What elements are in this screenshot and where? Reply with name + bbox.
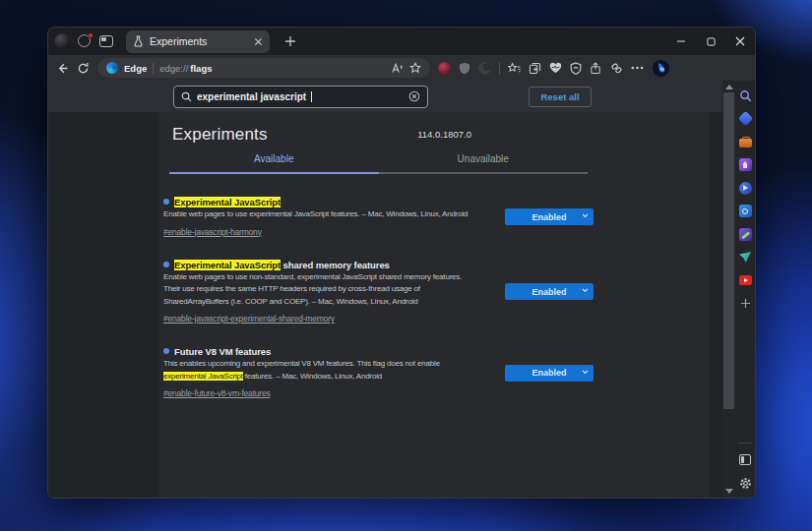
scroll-down-arrow[interactable] (725, 489, 733, 494)
address-bar[interactable]: Edge edge:// flags (97, 58, 430, 78)
close-button[interactable] (725, 28, 755, 55)
flag-title: Experimental JavaScript shared memory fe… (163, 259, 497, 271)
edge-logo-icon (106, 62, 118, 74)
extension-icon-1[interactable] (438, 62, 451, 75)
flag-description: Enable web pages to use experimental Jav… (163, 208, 497, 221)
modified-flag-dot (163, 262, 169, 267)
sidebar-video-icon[interactable] (738, 181, 752, 195)
refresh-icon[interactable] (77, 62, 90, 75)
link-tools-icon[interactable] (610, 62, 623, 75)
desktop-wallpaper: Experiments (0, 0, 812, 531)
flag-list: Experimental JavaScript Enable web pages… (163, 196, 710, 400)
scroll-up-arrow[interactable] (725, 85, 733, 89)
extension-icon-3[interactable] (478, 62, 491, 75)
sidebar-designer-icon[interactable] (738, 227, 752, 241)
workspaces-icon[interactable] (78, 34, 93, 49)
text-caret (311, 91, 312, 102)
modified-flag-dot (163, 199, 169, 205)
flask-icon (133, 35, 144, 47)
read-aloud-icon[interactable] (391, 63, 404, 74)
browser-version: 114.0.1807.0 (417, 129, 471, 140)
sidebar-capture-icon[interactable] (738, 205, 752, 218)
sidebar-search-icon[interactable] (738, 88, 752, 102)
browser-essentials-icon[interactable] (549, 62, 562, 74)
flag-link[interactable]: #enable-future-v8-vm-features (163, 388, 271, 398)
flag-description: This enables upcoming and experimental V… (163, 358, 497, 371)
flag-row-shared-memory: Experimental JavaScript shared memory fe… (163, 259, 602, 326)
flag-state-select[interactable]: Enabled (505, 283, 593, 300)
tab-unavailable[interactable]: Unavailable (379, 153, 589, 174)
navigation-toolbar: Edge edge:// flags (48, 55, 755, 81)
clear-search-icon[interactable] (408, 90, 420, 102)
flag-description: Enable web pages to use non-standard, ex… (163, 271, 497, 284)
flag-state-select[interactable]: Enabled (505, 208, 593, 225)
window-controls (666, 28, 755, 55)
sidebar-games-icon[interactable] (738, 158, 752, 172)
scrollbar-thumb[interactable] (723, 92, 734, 409)
tab-experiments[interactable]: Experiments (126, 30, 270, 53)
tab-actions-menu-icon[interactable] (99, 35, 113, 47)
favorite-star-icon[interactable] (409, 62, 421, 74)
maximize-button[interactable] (696, 28, 725, 55)
copilot-icon[interactable] (652, 59, 670, 78)
sidebar-add-icon[interactable] (738, 297, 752, 311)
tab-strip: Experiments (48, 28, 755, 55)
site-brand-label: Edge (124, 63, 147, 74)
search-value: experimental javascript (197, 91, 306, 102)
sidebar-shopping-icon[interactable] (738, 112, 752, 126)
flags-page: experimental javascript Reset all Experi… (48, 81, 722, 498)
profile-avatar[interactable] (54, 33, 71, 50)
new-tab-icon[interactable] (284, 35, 296, 47)
collections-icon[interactable] (529, 62, 541, 75)
favorites-hub-icon[interactable] (508, 62, 521, 75)
sidebar-youtube-icon[interactable] (738, 273, 752, 287)
edge-sidebar (735, 81, 755, 498)
flags-search-bar: experimental javascript Reset all (48, 81, 722, 112)
sidebar-divider (738, 442, 752, 443)
page-left-margin (48, 112, 158, 498)
url-host: flags (190, 63, 212, 74)
settings-more-icon[interactable] (631, 66, 644, 70)
availability-tabs: Available Unavailable (169, 153, 588, 174)
customize-sidebar-icon[interactable] (738, 453, 752, 467)
flag-description: experimental JavaScript features. – Mac,… (163, 371, 497, 384)
flag-row-experimental-javascript: Experimental JavaScript Enable web pages… (163, 196, 602, 239)
search-icon (181, 91, 192, 102)
back-icon[interactable] (56, 62, 69, 75)
notification-dot (88, 32, 94, 38)
page-right-margin (710, 112, 722, 498)
flag-title: Experimental JavaScript (163, 196, 497, 208)
tab-close-icon[interactable] (254, 37, 263, 46)
flag-description: Their use requires the same HTTP headers… (163, 283, 497, 296)
flag-state-select[interactable]: Enabled (505, 365, 593, 382)
tab-available[interactable]: Available (169, 153, 379, 174)
url-scheme: edge:// (159, 63, 188, 74)
flag-link[interactable]: #enable-javascript-experimental-shared-m… (163, 314, 335, 324)
share-icon[interactable] (590, 62, 602, 75)
modified-flag-dot (163, 348, 169, 354)
minimize-button[interactable] (666, 28, 696, 55)
flag-title: Future V8 VM features (163, 345, 497, 358)
sidebar-settings-icon[interactable] (738, 476, 752, 490)
reset-all-button[interactable]: Reset all (529, 87, 592, 107)
search-input[interactable]: experimental javascript (173, 86, 428, 108)
sidebar-tools-icon[interactable] (738, 135, 752, 148)
flag-description: SharedArrayBuffers (i.e. COOP and COEP).… (163, 296, 497, 309)
edge-browser-window: Experiments (47, 27, 756, 499)
flag-link[interactable]: #enable-javascript-harmony (163, 227, 262, 237)
tab-title: Experiments (150, 35, 248, 47)
experiments-panel: Experiments 114.0.1807.0 Available Unava… (158, 112, 710, 498)
shield-icon[interactable] (570, 62, 582, 75)
sidebar-drop-icon[interactable] (738, 251, 752, 265)
extension-icon-2[interactable] (459, 62, 470, 75)
page-scrollbar[interactable] (722, 81, 735, 498)
flag-row-future-v8-vm: Future V8 VM features This enables upcom… (163, 345, 602, 400)
